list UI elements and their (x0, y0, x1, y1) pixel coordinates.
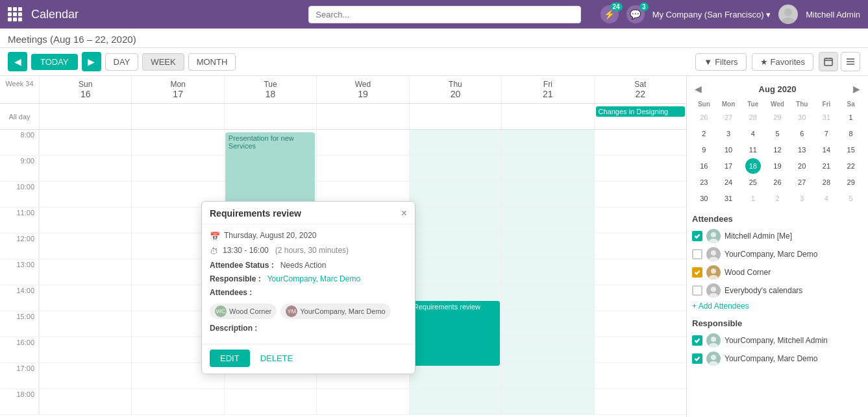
mini-cal-day[interactable]: 5 (843, 191, 859, 206)
time-cell-4[interactable] (409, 259, 501, 285)
mini-cal-day[interactable]: 26 (769, 174, 785, 190)
mini-cal-day[interactable]: 29 (769, 110, 785, 125)
popup-close-button[interactable]: × (401, 208, 407, 219)
mini-cal-day[interactable]: 18 (745, 158, 761, 174)
mini-cal-day[interactable]: 31 (819, 110, 834, 125)
time-cell-5[interactable] (501, 337, 593, 363)
time-cell-1[interactable] (131, 156, 223, 181)
mini-cal-day[interactable]: 23 (696, 174, 712, 190)
calendar-view-button[interactable] (819, 52, 838, 71)
edit-button[interactable]: EDIT (210, 350, 250, 367)
attendee-checkbox[interactable] (692, 267, 702, 278)
activity-notifications[interactable]: ⚡ 24 (601, 5, 619, 23)
company-selector[interactable]: My Company (San Francisco) ▾ (652, 10, 771, 19)
time-cell-6[interactable] (594, 389, 686, 414)
time-cell-0[interactable] (39, 156, 131, 181)
mini-cal-day[interactable]: 12 (769, 142, 785, 158)
filters-button[interactable]: ▼ Filters (695, 53, 746, 71)
time-cell-5[interactable] (501, 233, 593, 259)
mini-cal-day[interactable]: 3 (721, 126, 736, 141)
username[interactable]: Mitchell Admin (806, 10, 860, 19)
mini-cal-day[interactable]: 10 (721, 142, 736, 158)
time-cell-4[interactable] (409, 182, 501, 207)
time-cell-6[interactable] (594, 233, 686, 259)
mini-cal-day[interactable]: 2 (769, 191, 785, 206)
mini-cal-day[interactable]: 6 (794, 126, 810, 141)
mini-cal-day[interactable]: 17 (721, 158, 736, 174)
time-cell-6[interactable] (594, 311, 686, 337)
time-cell-5[interactable] (501, 311, 593, 337)
day-view-button[interactable]: DAY (105, 53, 139, 71)
search-input[interactable] (308, 6, 580, 23)
mini-cal-day[interactable]: 28 (745, 110, 761, 125)
mini-cal-day[interactable]: 27 (721, 110, 736, 125)
responsible-link[interactable]: YourCompany, Marc Demo (267, 274, 360, 283)
mini-cal-day[interactable]: 4 (819, 191, 834, 206)
time-cell-5[interactable] (501, 182, 593, 207)
mini-cal-day[interactable]: 31 (721, 191, 736, 206)
time-cell-1[interactable] (131, 130, 223, 155)
time-cell-4[interactable] (409, 363, 501, 388)
mini-cal-day[interactable]: 15 (843, 142, 859, 158)
mini-cal-day[interactable]: 26 (696, 110, 712, 125)
message-notifications[interactable]: 💬 3 (626, 5, 645, 23)
time-cell-0[interactable] (39, 311, 131, 337)
time-cell-0[interactable] (39, 130, 131, 155)
mini-cal-day[interactable]: 9 (696, 142, 712, 158)
mini-cal-day[interactable]: 11 (745, 142, 761, 158)
time-cell-6[interactable] (594, 337, 686, 363)
time-cell-6[interactable] (594, 182, 686, 207)
list-view-button[interactable] (841, 52, 860, 71)
apps-icon[interactable] (8, 7, 22, 21)
mini-cal-prev[interactable]: ◀ (695, 84, 702, 94)
mini-cal-day[interactable]: 22 (843, 158, 859, 174)
time-cell-5[interactable] (501, 156, 593, 181)
mini-cal-day[interactable]: 2 (696, 126, 712, 141)
mini-cal-day[interactable]: 5 (769, 126, 785, 141)
time-cell-5[interactable] (501, 363, 593, 388)
mini-cal-day[interactable]: 29 (843, 174, 859, 190)
time-cell-0[interactable] (39, 182, 131, 207)
time-cell-3[interactable] (316, 130, 408, 155)
mini-cal-day[interactable]: 19 (769, 158, 785, 174)
mini-cal-day[interactable]: 24 (721, 174, 736, 190)
time-cell-0[interactable] (39, 363, 131, 388)
attendee-checkbox[interactable] (692, 335, 702, 346)
time-cell-0[interactable] (39, 233, 131, 259)
mini-cal-day[interactable]: 3 (794, 191, 810, 206)
mini-cal-next[interactable]: ▶ (853, 84, 860, 94)
time-cell-6[interactable] (594, 363, 686, 388)
time-cell-0[interactable] (39, 389, 131, 414)
mini-cal-day[interactable]: 30 (696, 191, 712, 206)
time-cell-6[interactable] (594, 156, 686, 181)
mini-cal-day[interactable]: 16 (696, 158, 712, 174)
mini-cal-day[interactable]: 4 (745, 126, 761, 141)
time-cell-4[interactable] (409, 389, 501, 414)
time-cell-0[interactable] (39, 337, 131, 363)
time-cell-4[interactable] (409, 233, 501, 259)
add-attendees-button[interactable]: + Add Attendees (692, 302, 863, 311)
mini-cal-day[interactable]: 25 (745, 174, 761, 190)
time-cell-0[interactable] (39, 285, 131, 311)
time-cell-3[interactable] (316, 389, 408, 414)
time-cell-5[interactable] (501, 208, 593, 233)
mini-cal-day[interactable]: 30 (794, 110, 810, 125)
time-cell-6[interactable] (594, 285, 686, 311)
time-cell-6[interactable] (594, 130, 686, 155)
time-cell-4[interactable] (409, 130, 501, 155)
time-cell-0[interactable] (39, 208, 131, 233)
mini-cal-day[interactable]: 27 (794, 174, 810, 190)
avatar[interactable] (778, 5, 798, 24)
time-cell-4[interactable] (409, 208, 501, 233)
mini-cal-day[interactable]: 8 (843, 126, 859, 141)
mini-cal-day[interactable]: 28 (819, 174, 834, 190)
mini-cal-day[interactable]: 20 (794, 158, 810, 174)
mini-cal-day[interactable]: 14 (819, 142, 834, 158)
time-cell-2[interactable] (224, 389, 316, 414)
mini-cal-day[interactable]: 21 (819, 158, 834, 174)
time-cell-5[interactable] (501, 285, 593, 311)
time-cell-1[interactable] (131, 389, 223, 414)
time-cell-4[interactable] (409, 156, 501, 181)
month-view-button[interactable]: MONTH (188, 53, 236, 71)
attendee-checkbox[interactable] (692, 353, 702, 364)
